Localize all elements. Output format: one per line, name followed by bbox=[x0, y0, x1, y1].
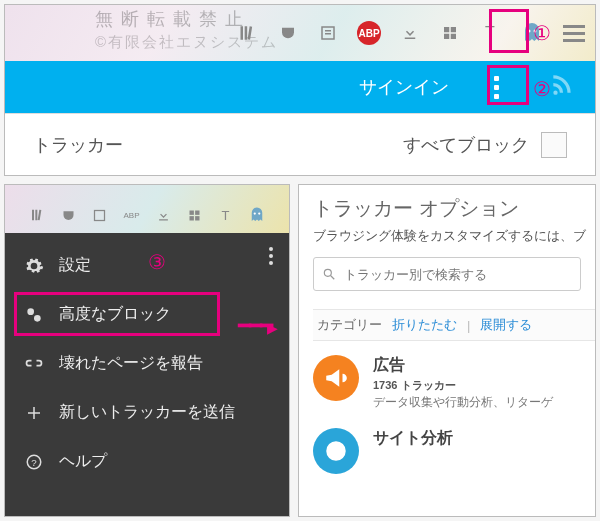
expand-link[interactable]: 展開する bbox=[480, 316, 532, 334]
annotation-box-2 bbox=[487, 65, 529, 105]
broken-link-icon bbox=[23, 354, 45, 374]
help-icon: ? bbox=[23, 453, 45, 471]
plus-icon bbox=[23, 404, 45, 422]
pocket-icon[interactable] bbox=[60, 206, 78, 224]
signin-link[interactable]: サインイン bbox=[359, 75, 449, 99]
pocket-icon[interactable] bbox=[277, 22, 299, 44]
tracker-label: トラッカー bbox=[33, 133, 123, 157]
menu-item-submit-tracker[interactable]: 新しいトラッカーを送信 bbox=[5, 388, 289, 437]
svg-line-21 bbox=[331, 276, 335, 280]
collapse-link[interactable]: 折りたたむ bbox=[392, 316, 457, 334]
top-panel: 無断転載禁止 ©有限会社エヌシステム ABP T ① サインイン bbox=[4, 4, 596, 176]
category-label: カテゴリー bbox=[317, 316, 382, 334]
annotation-number-1: ① bbox=[533, 21, 551, 45]
reader-icon[interactable] bbox=[317, 22, 339, 44]
mini-toolbar: ABP T bbox=[5, 197, 289, 233]
svg-point-20 bbox=[324, 269, 331, 276]
library-icon[interactable] bbox=[29, 206, 47, 224]
svg-text:?: ? bbox=[31, 456, 37, 467]
rss-icon bbox=[549, 71, 575, 97]
separator: | bbox=[467, 318, 470, 333]
svg-rect-6 bbox=[451, 34, 456, 39]
annotation-box-1 bbox=[489, 9, 529, 53]
block-all-label: すべてブロック bbox=[403, 133, 529, 157]
tracker-search-input[interactable] bbox=[344, 267, 572, 282]
category-desc: データ収集や行動分析、リターゲ bbox=[373, 395, 553, 410]
menu-panel: ABP T 設定 高度なブロック 壊れたページを報告 bbox=[4, 184, 290, 517]
menu-item-report-broken[interactable]: 壊れたページを報告 bbox=[5, 339, 289, 388]
pie-chart-icon bbox=[313, 428, 359, 474]
svg-rect-12 bbox=[190, 216, 194, 220]
megaphone-icon bbox=[313, 355, 359, 401]
category-name: 広告 bbox=[373, 355, 553, 376]
download-icon[interactable] bbox=[399, 22, 421, 44]
menu-label: ヘルプ bbox=[59, 451, 107, 472]
category-list: 広告 1736 トラッカー データ収集や行動分析、リターゲ サイト分析 bbox=[313, 355, 595, 474]
text-icon[interactable]: T bbox=[217, 206, 235, 224]
svg-point-15 bbox=[258, 212, 260, 214]
svg-rect-11 bbox=[195, 210, 199, 214]
menu-label: 壊れたページを報告 bbox=[59, 353, 203, 374]
tile-icon[interactable] bbox=[186, 206, 204, 224]
svg-rect-10 bbox=[190, 210, 194, 214]
options-title: トラッカー オプション bbox=[313, 195, 595, 222]
options-panel: トラッカー オプション ブラウジング体験をカスタマイズするには、ブ カテゴリー … bbox=[298, 184, 596, 517]
block-all-checkbox[interactable] bbox=[541, 132, 567, 158]
options-subtitle: ブラウジング体験をカスタマイズするには、ブ bbox=[313, 228, 595, 245]
gear-icon bbox=[23, 256, 45, 276]
annotation-box-3 bbox=[14, 292, 220, 336]
ghostery-icon[interactable] bbox=[248, 206, 266, 224]
svg-rect-9 bbox=[95, 210, 105, 220]
hamburger-menu-icon[interactable] bbox=[563, 25, 585, 42]
reader-icon[interactable] bbox=[91, 206, 109, 224]
annotation-number-2: ② bbox=[533, 77, 551, 101]
svg-rect-13 bbox=[195, 216, 199, 220]
menu-kebab-icon[interactable] bbox=[269, 247, 273, 265]
abp-icon[interactable]: ABP bbox=[357, 21, 381, 45]
menu-item-settings[interactable]: 設定 bbox=[5, 241, 289, 290]
annotation-number-3: ③ bbox=[148, 250, 166, 274]
category-toolbar: カテゴリー 折りたたむ | 展開する bbox=[313, 309, 595, 341]
annotation-arrow: ━━━ bbox=[238, 313, 276, 339]
menu-label: 新しいトラッカーを送信 bbox=[59, 402, 235, 423]
category-item-analytics[interactable]: サイト分析 bbox=[313, 428, 595, 474]
category-item-ads[interactable]: 広告 1736 トラッカー データ収集や行動分析、リターゲ bbox=[313, 355, 595, 410]
tracker-search-box[interactable] bbox=[313, 257, 581, 291]
category-count: 1736 トラッカー bbox=[373, 378, 553, 393]
dark-dropdown-menu: 設定 高度なブロック 壊れたページを報告 新しいトラッカーを送信 ? ヘルプ bbox=[5, 233, 289, 516]
menu-label: 設定 bbox=[59, 255, 91, 276]
tile-icon[interactable] bbox=[439, 22, 461, 44]
menu-item-help[interactable]: ? ヘルプ bbox=[5, 437, 289, 486]
svg-rect-5 bbox=[444, 34, 449, 39]
tracker-row: トラッカー すべてブロック bbox=[5, 113, 595, 175]
search-icon bbox=[322, 267, 336, 281]
abp-icon[interactable]: ABP bbox=[122, 205, 142, 225]
category-name: サイト分析 bbox=[373, 428, 453, 449]
svg-rect-3 bbox=[444, 27, 449, 32]
library-icon[interactable] bbox=[237, 22, 259, 44]
download-icon[interactable] bbox=[155, 206, 173, 224]
svg-rect-4 bbox=[451, 27, 456, 32]
svg-point-14 bbox=[253, 212, 255, 214]
